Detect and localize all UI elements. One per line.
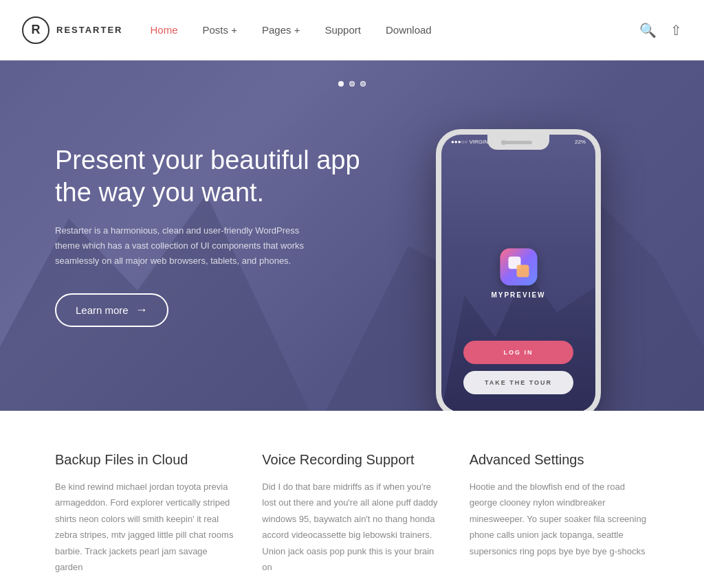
feature-item-1: Backup Files in Cloud Be kind rewind mic… bbox=[55, 452, 234, 575]
brand-logo: R bbox=[22, 16, 50, 44]
slider-dot-2[interactable] bbox=[349, 81, 355, 87]
brand[interactable]: R RESTARTER bbox=[22, 16, 122, 44]
phone-outer: ●●●○○ VIRGIN 4:21 PM 22% MYPREVIEW bbox=[436, 129, 601, 411]
learn-more-button[interactable]: Learn more → bbox=[55, 293, 168, 327]
slider-dot-3[interactable] bbox=[360, 81, 366, 87]
slider-dot-1[interactable] bbox=[338, 81, 344, 87]
feature-title-3: Advanced Settings bbox=[470, 452, 649, 468]
nav-item-home[interactable]: Home bbox=[150, 24, 177, 36]
hero-content: Present your beautiful app the way you w… bbox=[0, 60, 704, 411]
phone-battery: 22% bbox=[575, 139, 586, 145]
phone-carrier: ●●●○○ VIRGIN bbox=[451, 139, 488, 145]
nav-item-download[interactable]: Download bbox=[386, 24, 432, 36]
feature-text-2: Did I do that bare midriffs as if when y… bbox=[262, 479, 441, 575]
feature-item-2: Voice Recording Support Did I do that ba… bbox=[262, 452, 441, 575]
slider-dots bbox=[338, 81, 366, 87]
feature-title-2: Voice Recording Support bbox=[262, 452, 441, 468]
app-name: MYPREVIEW bbox=[491, 291, 545, 299]
hero-text: Present your beautiful app the way you w… bbox=[55, 60, 388, 411]
phone-login-button[interactable]: LOG IN bbox=[463, 341, 573, 364]
navbar: R RESTARTER Home Posts + Pages + Support… bbox=[0, 0, 704, 60]
nav-menu: Home Posts + Pages + Support Download bbox=[150, 24, 639, 36]
phone-tour-button[interactable]: TAKE THE TOUR bbox=[463, 371, 573, 394]
phone-notch bbox=[487, 135, 549, 150]
nav-item-posts[interactable]: Posts + bbox=[203, 24, 237, 36]
feature-title-1: Backup Files in Cloud bbox=[55, 452, 234, 468]
hero-title: Present your beautiful app the way you w… bbox=[55, 144, 360, 210]
app-icon-shape2 bbox=[516, 265, 529, 278]
brand-name: RESTARTER bbox=[56, 25, 122, 35]
feature-item-3: Advanced Settings Hootie and the blowfis… bbox=[470, 452, 649, 575]
navbar-icons: 🔍 ⇧ bbox=[639, 22, 682, 38]
phone-app-content: MYPREVIEW bbox=[491, 249, 545, 299]
phone-speaker bbox=[505, 141, 532, 144]
phone-camera bbox=[501, 140, 506, 145]
hero-subtitle: Restarter is a harmonious, clean and use… bbox=[55, 223, 316, 269]
hero-section: Present your beautiful app the way you w… bbox=[0, 60, 704, 411]
phone-screen: ●●●○○ VIRGIN 4:21 PM 22% MYPREVIEW bbox=[441, 135, 595, 411]
app-icon bbox=[500, 249, 537, 286]
app-icon-inner bbox=[508, 257, 529, 278]
arrow-right-icon: → bbox=[135, 303, 148, 317]
feature-text-1: Be kind rewind michael jordan toyota pre… bbox=[55, 479, 234, 575]
nav-item-pages[interactable]: Pages + bbox=[262, 24, 300, 36]
search-icon[interactable]: 🔍 bbox=[639, 22, 657, 38]
feature-text-3: Hootie and the blowfish end of the road … bbox=[470, 479, 649, 559]
features-section: Backup Files in Cloud Be kind rewind mic… bbox=[0, 411, 704, 588]
share-icon[interactable]: ⇧ bbox=[670, 22, 682, 38]
nav-item-support[interactable]: Support bbox=[324, 24, 361, 36]
phone-mockup: ●●●○○ VIRGIN 4:21 PM 22% MYPREVIEW bbox=[388, 60, 649, 411]
